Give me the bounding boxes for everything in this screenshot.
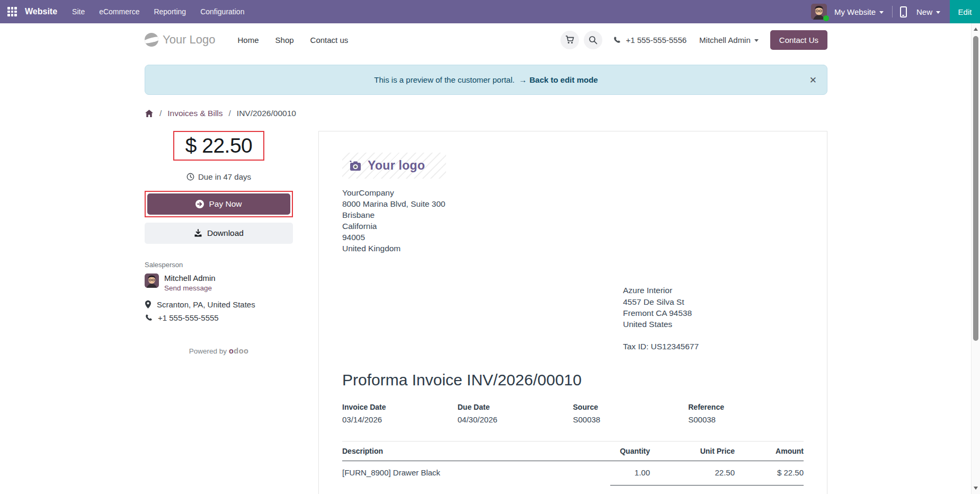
company-address: YourCompany 8000 Marina Blvd, Suite 300 …	[342, 187, 804, 254]
powered-by: Powered byodoo	[145, 347, 293, 355]
app-name[interactable]: Website	[25, 7, 57, 16]
breadcrumb: / Invoices & Bills / INV/2026/00010	[145, 109, 827, 118]
meta-invoice-date: Invoice Date 03/14/2026	[342, 403, 458, 424]
nav-link-contact-us[interactable]: Contact us	[310, 36, 349, 45]
invoice-sidebar: $ 22.50 Due in 47 days Pay Now	[145, 131, 293, 355]
cart-icon	[565, 35, 575, 45]
edit-button[interactable]: Edit	[950, 0, 980, 23]
search-icon	[589, 36, 598, 45]
customer-address: Azure Interior 4557 De Silva St Fremont …	[623, 285, 804, 351]
website-selector[interactable]: My Website	[834, 7, 884, 16]
company-logo-placeholder: Your logo	[342, 153, 446, 179]
camera-icon	[349, 160, 362, 172]
due-text: Due in 47 days	[198, 172, 251, 181]
navbar-phone[interactable]: +1 555-555-5556	[613, 36, 687, 45]
arrow-circle-right-icon	[195, 200, 204, 208]
menu-reporting[interactable]: Reporting	[154, 7, 186, 16]
navbar-phone-number: +1 555-555-5556	[626, 36, 687, 45]
salesperson-phone[interactable]: +1 555-555-5555	[145, 313, 293, 322]
arrow-right-icon: →	[519, 75, 527, 84]
amount-due: $ 22.50	[185, 134, 253, 157]
download-icon	[194, 229, 202, 237]
invoice-logo-text: Your logo	[368, 158, 425, 173]
banner-text: This is a preview of the customer portal…	[374, 75, 514, 84]
contact-us-button[interactable]: Contact Us	[770, 30, 827, 50]
salesperson-label: Salesperson	[145, 261, 293, 269]
breadcrumb-separator: /	[229, 109, 231, 118]
portal-user-menu[interactable]: Mitchell Admin	[699, 36, 759, 45]
nav-link-shop[interactable]: Shop	[275, 36, 294, 45]
site-logo[interactable]: Your Logo	[145, 33, 216, 47]
send-message-link[interactable]: Send message	[164, 284, 216, 292]
due-date-row: Due in 47 days	[145, 172, 293, 181]
invoice-document: Your logo YourCompany 8000 Marina Blvd, …	[318, 131, 827, 494]
meta-source: Source S00038	[573, 403, 689, 424]
logo-icon	[145, 33, 158, 47]
phone-icon	[145, 314, 153, 322]
pay-highlight-frame: Pay Now	[145, 191, 293, 217]
back-to-edit-link[interactable]: Back to edit mode	[529, 75, 598, 84]
pay-now-button[interactable]: Pay Now	[147, 193, 290, 215]
nav-link-home[interactable]: Home	[238, 36, 259, 45]
salesperson-row: Mitchell Admin Send message	[145, 274, 293, 292]
invoice-title: Proforma Invoice INV/2026/00010	[342, 371, 804, 389]
salesperson-name: Mitchell Admin	[164, 274, 216, 283]
phone-icon	[613, 36, 621, 44]
scroll-up-arrow-icon[interactable]	[974, 28, 978, 31]
chevron-down-icon	[936, 11, 940, 14]
mobile-preview-icon[interactable]	[900, 6, 907, 17]
odoo-logo[interactable]: odoo	[229, 347, 248, 355]
menu-configuration[interactable]: Configuration	[200, 7, 244, 16]
chevron-down-icon	[879, 11, 884, 14]
website-navbar: Your Logo Home Shop Contact us	[0, 23, 980, 56]
user-avatar[interactable]	[811, 4, 827, 20]
meta-reference: Reference S00038	[688, 403, 804, 424]
table-header-row: Description Quantity Unit Price Amount	[342, 441, 804, 461]
home-icon[interactable]	[145, 109, 154, 118]
logo-text: Your Logo	[163, 33, 216, 47]
new-button[interactable]: New	[916, 7, 940, 16]
salesperson-avatar	[145, 274, 159, 288]
download-button[interactable]: Download	[145, 223, 293, 244]
amount-highlight-frame: $ 22.50	[173, 131, 265, 161]
breadcrumb-current: INV/2026/00010	[237, 109, 296, 118]
clock-icon	[186, 173, 194, 181]
payment-terms: Payment terms: End of Following Month	[342, 485, 610, 494]
menu-site[interactable]: Site	[72, 7, 85, 16]
apps-grid-icon[interactable]	[7, 7, 17, 16]
close-icon[interactable]: ✕	[809, 75, 817, 84]
salesperson-location: Scranton, PA, United States	[145, 300, 293, 309]
vertical-scrollbar[interactable]	[971, 23, 980, 494]
table-row: [FURN_8900] Drawer Black 1.00 22.50 $ 22…	[342, 461, 804, 485]
total-row: Total $ 22.50	[610, 485, 804, 494]
chevron-down-icon	[754, 39, 759, 42]
menu-ecommerce[interactable]: eCommerce	[99, 7, 139, 16]
breadcrumb-invoices-bills[interactable]: Invoices & Bills	[167, 109, 222, 118]
map-pin-icon	[145, 300, 152, 309]
customer-tax-id: Tax ID: US12345677	[623, 341, 804, 352]
invoice-lines-table: Description Quantity Unit Price Amount […	[342, 441, 804, 494]
breadcrumb-separator: /	[159, 109, 162, 118]
cart-button[interactable]	[560, 31, 579, 49]
scroll-down-arrow-icon[interactable]	[974, 487, 978, 490]
preview-banner: This is a preview of the customer portal…	[145, 65, 827, 95]
meta-due-date: Due Date 04/30/2026	[458, 403, 573, 424]
invoice-meta: Invoice Date 03/14/2026 Due Date 04/30/2…	[342, 403, 804, 424]
online-status-dot	[823, 15, 829, 21]
scrollbar-thumb[interactable]	[973, 36, 978, 341]
backend-topbar: Website Site eCommerce Reporting Configu…	[0, 0, 980, 23]
topbar-divider	[892, 6, 893, 17]
search-button[interactable]	[584, 31, 602, 49]
